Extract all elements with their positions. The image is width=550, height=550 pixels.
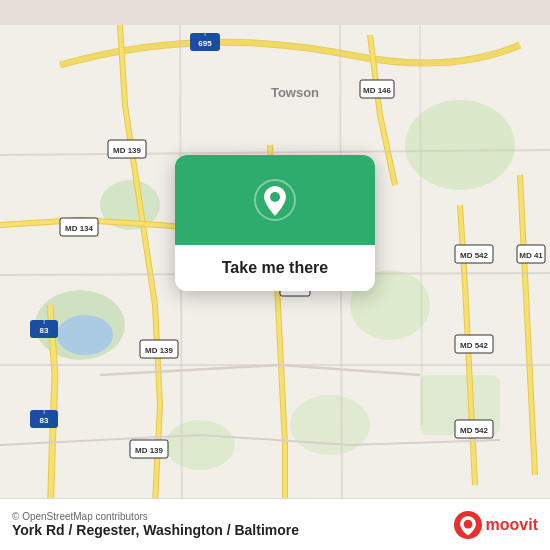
svg-text:MD 542: MD 542 — [460, 341, 489, 350]
svg-point-40 — [270, 192, 280, 202]
svg-point-5 — [290, 395, 370, 455]
svg-text:Towson: Towson — [271, 85, 319, 100]
svg-text:83: 83 — [40, 326, 49, 335]
map-container: 695 I MD 146 MD 139 MD 134 MD 45 MD 139 … — [0, 0, 550, 550]
svg-text:MD 139: MD 139 — [113, 146, 142, 155]
popup-card: Take me there — [175, 155, 375, 291]
svg-point-4 — [165, 420, 235, 470]
svg-text:695: 695 — [198, 39, 212, 48]
svg-text:MD 139: MD 139 — [135, 446, 164, 455]
moovit-logo: moovit — [454, 511, 538, 539]
location-pin-icon — [253, 178, 297, 222]
location-label: York Rd / Regester, Washington / Baltimo… — [12, 522, 299, 538]
bottom-bar: © OpenStreetMap contributors York Rd / R… — [0, 498, 550, 550]
moovit-logo-icon — [454, 511, 482, 539]
svg-text:83: 83 — [40, 416, 49, 425]
svg-point-8 — [57, 315, 113, 355]
svg-text:MD 139: MD 139 — [145, 346, 174, 355]
svg-text:MD 134: MD 134 — [65, 224, 94, 233]
take-me-there-button[interactable]: Take me there — [175, 245, 375, 291]
svg-point-42 — [463, 519, 472, 528]
svg-text:MD 542: MD 542 — [460, 251, 489, 260]
moovit-brand-name: moovit — [486, 516, 538, 534]
bottom-bar-info: © OpenStreetMap contributors York Rd / R… — [12, 511, 299, 538]
svg-text:MD 41: MD 41 — [519, 251, 543, 260]
map-attribution: © OpenStreetMap contributors — [12, 511, 299, 522]
svg-text:MD 146: MD 146 — [363, 86, 392, 95]
svg-text:MD 542: MD 542 — [460, 426, 489, 435]
popup-green-header — [175, 155, 375, 245]
